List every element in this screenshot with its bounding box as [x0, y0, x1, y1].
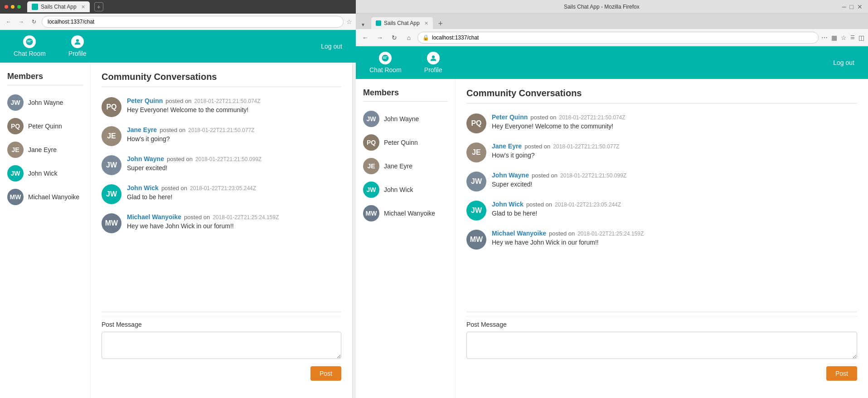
post-textarea-right[interactable] [466, 332, 857, 359]
avatar-john-wayne-left: JW [7, 94, 24, 111]
member-name: John Wayne [384, 115, 419, 123]
ff-reader-mode[interactable]: ☰ [850, 34, 855, 40]
bookmark-btn-left[interactable]: ☆ [346, 18, 352, 25]
table-row: JW John Wick posted on 2018-01-22T21:23:… [102, 180, 341, 209]
svg-point-1 [76, 39, 79, 42]
ff-tab-active[interactable]: Sails Chat App ✕ [371, 17, 433, 29]
ff-tab-dropdown[interactable]: ▼ [359, 20, 368, 29]
ff-home[interactable]: ⌂ [403, 32, 415, 44]
ff-maximize[interactable]: □ [850, 3, 853, 10]
table-row: MW Michael Wanyoike posted on 2018-01-22… [466, 225, 857, 254]
msg-text-pq-right: Hey Everyone! Welcome to the community! [492, 123, 857, 130]
list-item: JE Jane Eyre [7, 138, 83, 162]
chat-room-icon-right [379, 52, 392, 64]
ff-close[interactable]: ✕ [857, 3, 863, 10]
msg-author-pq-left[interactable]: Peter Quinn [127, 97, 163, 104]
close-button-left[interactable] [5, 5, 8, 9]
sidebar-left: Members JW John Wayne PQ Peter Quinn JE [0, 63, 91, 398]
avatar-john-wick-left: JW [7, 165, 24, 182]
conversations-title-left: Community Conversations [102, 72, 341, 87]
post-message-section-right: Post Message Post [466, 316, 857, 389]
post-textarea-left[interactable] [102, 332, 341, 359]
msg-author-jwi-left[interactable]: John Wick [127, 184, 159, 192]
avatar-john-wayne-right: JW [363, 111, 379, 127]
logout-label-left: Log out [321, 43, 342, 50]
msg-text-jw-right: Super excited! [492, 181, 857, 188]
nav-chat-room-right[interactable]: Chat Room [365, 48, 406, 77]
ff-reload[interactable]: ↻ [388, 32, 400, 44]
member-name: Michael Wanyoike [384, 210, 435, 217]
table-row: JW John Wayne posted on 2018-01-22T21:21… [102, 151, 341, 180]
address-bar-left[interactable] [42, 16, 344, 28]
ff-shield[interactable]: ▦ [831, 34, 837, 41]
tab-title-left: Sails Chat App [41, 4, 77, 10]
post-button-left[interactable]: Post [310, 366, 341, 381]
post-button-right[interactable]: Post [826, 366, 857, 381]
ff-new-tab[interactable]: + [435, 18, 446, 29]
member-name: John Wayne [28, 99, 63, 106]
msg-author-pq-right[interactable]: Peter Quinn [492, 113, 528, 121]
msg-posted-mw-left: posted on [184, 214, 210, 221]
msg-author-mw-left[interactable]: Michael Wanyoike [127, 213, 181, 221]
member-name: Peter Quinn [28, 123, 62, 130]
msg-posted-jwi-left: posted on [161, 185, 187, 192]
tab-close-left[interactable]: ✕ [81, 4, 85, 10]
ff-forward[interactable]: → [374, 32, 386, 44]
msg-author-jwi-right[interactable]: John Wick [492, 201, 524, 208]
msg-text-je-left: How's it going? [127, 135, 341, 142]
msg-author-je-right[interactable]: Jane Eyre [492, 142, 522, 150]
avatar-jane-eyre-left: JE [7, 142, 24, 158]
msg-author-jw-right[interactable]: John Wayne [492, 172, 529, 179]
table-row: MW Michael Wanyoike posted on 2018-01-22… [102, 209, 341, 238]
maximize-button-left[interactable] [17, 5, 21, 9]
members-list-right: JW John Wayne PQ Peter Quinn JE Jane Eyr… [363, 107, 448, 225]
forward-btn-left[interactable]: → [16, 17, 26, 27]
svg-point-3 [432, 55, 435, 58]
msg-posted-jwi-right: posted on [526, 201, 552, 208]
nav-logout-left[interactable]: Log out [316, 39, 347, 54]
members-title-right: Members [363, 88, 448, 102]
reload-btn-left[interactable]: ↻ [29, 17, 39, 27]
msg-author-je-left[interactable]: Jane Eyre [127, 126, 157, 133]
profile-label-left: Profile [68, 50, 87, 57]
conversations-title-right: Community Conversations [466, 88, 857, 103]
ff-sidebar[interactable]: ◫ [858, 34, 864, 41]
ff-tab-close[interactable]: ✕ [424, 20, 428, 26]
msg-text-jwi-right: Glad to be here! [492, 210, 857, 217]
nav-logout-right[interactable]: Log out [829, 55, 859, 70]
firefox-title: Sails Chat App - Mozilla Firefox [361, 4, 842, 10]
ff-address-bar[interactable] [432, 34, 814, 41]
ff-menu[interactable]: ⋯ [821, 34, 828, 41]
avatar-msg-jwi-left: JW [102, 184, 121, 204]
member-name: Jane Eyre [28, 146, 57, 153]
ff-tab-favicon [376, 20, 381, 26]
ff-back[interactable]: ← [359, 32, 371, 44]
minimize-button-left[interactable] [11, 5, 15, 9]
msg-ts-jwi-right: 2018-01-22T21:23:05.244Z [555, 201, 621, 208]
msg-text-mw-left: Hey we have John Wick in our forum!! [127, 222, 341, 230]
sidebar-right: Members JW John Wayne PQ Peter Quinn JE [356, 79, 456, 398]
avatar-msg-mw-left: MW [102, 213, 121, 233]
table-row: PQ Peter Quinn posted on 2018-01-22T21:2… [466, 109, 857, 138]
nav-chat-room-left[interactable]: Chat Room [9, 32, 50, 61]
nav-profile-left[interactable]: Profile [64, 32, 91, 61]
back-btn-left[interactable]: ← [4, 17, 14, 27]
ff-minimize[interactable]: – [842, 3, 846, 11]
avatar-msg-je-right: JE [466, 142, 486, 162]
msg-ts-je-right: 2018-01-22T21:21:50.077Z [553, 143, 619, 150]
messages-list-right: PQ Peter Quinn posted on 2018-01-22T21:2… [466, 109, 857, 308]
msg-posted-je-left: posted on [160, 127, 185, 133]
nav-profile-right[interactable]: Profile [420, 48, 447, 77]
avatar-peter-quinn-left: PQ [7, 118, 24, 134]
scrollbar-left[interactable] [352, 63, 356, 398]
new-tab-left[interactable]: + [94, 2, 103, 11]
msg-author-jw-left[interactable]: John Wayne [127, 155, 164, 162]
msg-ts-mw-right: 2018-01-22T21:25:24.159Z [577, 231, 644, 237]
msg-ts-pq-right: 2018-01-22T21:21:50.074Z [559, 114, 625, 121]
member-name: John Wick [28, 170, 58, 177]
ff-tab-title: Sails Chat App [384, 20, 420, 26]
msg-author-mw-right[interactable]: Michael Wanyoike [492, 230, 546, 237]
ff-star[interactable]: ☆ [841, 34, 847, 41]
table-row: PQ Peter Quinn posted on 2018-01-22T21:2… [102, 93, 341, 122]
avatar-msg-jw-right: JW [466, 172, 486, 192]
